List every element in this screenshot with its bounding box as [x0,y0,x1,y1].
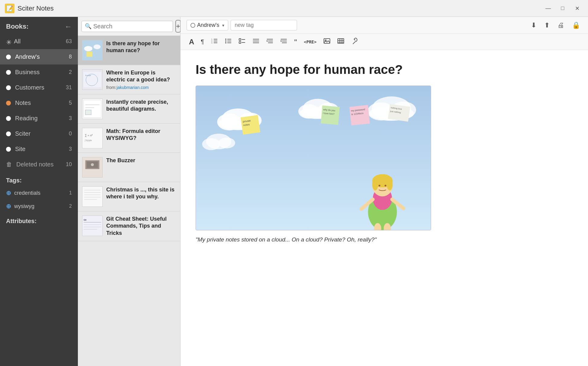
list-style-button[interactable] [250,36,262,47]
dot-icon [6,101,11,106]
download-button[interactable]: ⬇ [529,20,538,30]
app-title: Sciter Notes [18,5,54,12]
tag-count: 2 [69,204,72,209]
note-item[interactable]: ∑ = x² ∫ f(x)dx Math: Formula editor WYS… [78,124,180,153]
svg-rect-5 [84,72,101,87]
dot-icon [6,55,11,59]
sidebar-item-sciter[interactable]: Sciter 0 [0,126,78,141]
note-item[interactable]: Is there any hope for human race? [78,36,180,65]
app-body: Books: ← ✳ All 63 Andrew's 8 Business 2 … [0,17,588,366]
sidebar-item-site[interactable]: Site 3 [0,141,78,157]
svg-point-40 [225,42,226,43]
back-button[interactable]: ← [65,22,72,31]
pre-button[interactable]: <PRE> [302,38,319,46]
note-main-title: Is there any hope for human race? [196,62,573,77]
note-thumbnail [82,99,103,119]
note-title: Is there any hope for human race? [106,40,176,54]
note-item[interactable]: Europe Where in Europe is electric car a… [78,65,180,94]
sidebar-item-count: 5 [69,100,72,106]
note-item[interactable]: Instantly create precise, beautiful diag… [78,94,180,124]
notebook-selector[interactable]: Andrew's ▾ [187,20,228,30]
note-title: The Buzzer [106,157,176,164]
lock-button[interactable]: 🔒 [570,20,582,30]
paragraph-button[interactable]: ¶ [198,37,206,46]
note-content: Is there any hope for human race? [106,40,176,54]
tag-input[interactable] [231,20,297,30]
sidebar: Books: ← ✳ All 63 Andrew's 8 Business 2 … [0,17,78,366]
deleted-notes-count: 10 [66,161,72,168]
sidebar-item-label: Reading [15,115,68,122]
minimize-button[interactable]: — [542,3,554,14]
deleted-notes-item[interactable]: 🗑 Deleted notes 10 [0,157,78,172]
sidebar-item-count: 63 [66,38,72,45]
note-content: Christmas is ..., this site is where i t… [106,186,176,200]
sidebar-item-all[interactable]: ✳ All 63 [0,34,78,49]
maximize-button[interactable]: □ [557,3,569,14]
note-link[interactable]: jakubmarian.com [117,85,149,90]
sidebar-item-andrews[interactable]: Andrew's 8 [0,49,78,65]
sidebar-item-reading[interactable]: Reading 3 [0,111,78,126]
svg-rect-13 [82,128,102,148]
tag-add-icon: ⊕ [6,203,11,210]
note-item[interactable]: Christmas is ..., this site is where i t… [78,182,180,211]
titlebar: 📝 Sciter Notes — □ ✕ [0,0,588,17]
svg-point-38 [225,39,226,40]
indent-decrease-button[interactable] [264,36,276,47]
format-toolbar: A ¶ 1. 2. 3. [181,34,588,50]
search-box: 🔍 [81,21,173,32]
add-note-button[interactable]: + [175,20,181,33]
unordered-list-button[interactable] [222,36,234,47]
image-button[interactable] [321,36,333,47]
indent-increase-button[interactable] [278,36,290,47]
titlebar-left: 📝 Sciter Notes [5,4,54,13]
close-button[interactable]: ✕ [571,3,583,14]
note-thumbnail [82,40,103,61]
tag-label: credentials [14,190,69,196]
print-button[interactable]: 🖨 [556,20,566,30]
upload-button[interactable]: ⬆ [542,20,551,30]
svg-text:Git: Git [84,219,87,221]
note-item[interactable]: Git Git Cheat Sheet: Useful Commands, Ti… [78,211,180,241]
sidebar-item-notes[interactable]: Notes 5 [0,95,78,111]
sidebar-item-count: 31 [66,84,72,91]
blockquote-button[interactable]: " [292,37,299,47]
note-subtitle: from:jakubmarian.com [106,85,176,90]
svg-rect-59 [338,39,344,43]
tag-wysiwyg[interactable]: ⊕ wysiwyg 2 [0,200,78,213]
sidebar-item-count: 2 [69,69,72,75]
window-controls: — □ ✕ [542,3,583,14]
note-title: Git Cheat Sheet: Useful Commands, Tips a… [106,216,176,237]
notes-list-header: 🔍 + [78,17,180,36]
svg-rect-20 [82,187,102,207]
check-list-button[interactable] [236,36,248,47]
toolbar-actions: ⬇ ⬆ 🖨 🔒 [529,20,582,30]
svg-point-96 [372,178,378,191]
sidebar-item-customers[interactable]: Customers 31 [0,80,78,95]
sidebar-item-label: Andrew's [15,53,68,60]
app-icon: 📝 [5,4,14,13]
sidebar-item-business[interactable]: Business 2 [0,65,78,80]
note-thumbnail: Git [82,216,103,236]
note-thumbnail: Europe [82,69,103,90]
table-button[interactable] [335,36,347,47]
svg-point-1 [84,46,92,51]
svg-point-79 [218,138,235,149]
sidebar-item-label: Site [15,146,68,153]
svg-point-78 [202,138,220,150]
svg-rect-44 [239,39,241,40]
notebook-label: Andrew's [197,22,219,28]
notebook-circle-icon [190,23,195,28]
tag-count: 1 [69,190,72,196]
search-input[interactable] [93,23,170,30]
ordered-list-button[interactable]: 1. 2. 3. [208,36,220,47]
tools-button[interactable] [349,36,361,47]
svg-text:∑ = x²: ∑ = x² [85,134,93,137]
note-title: Christmas is ..., this site is where i t… [106,186,176,200]
font-button[interactable]: A [187,36,197,47]
tag-credentials[interactable]: ⊕ credentials 1 [0,186,78,200]
dot-icon [6,70,11,75]
note-item[interactable]: The Buzzer [78,153,180,182]
svg-text:3.: 3. [211,42,213,44]
note-illustration: private notes why do you I love him? my … [196,86,431,230]
sidebar-item-label: Business [15,69,68,76]
